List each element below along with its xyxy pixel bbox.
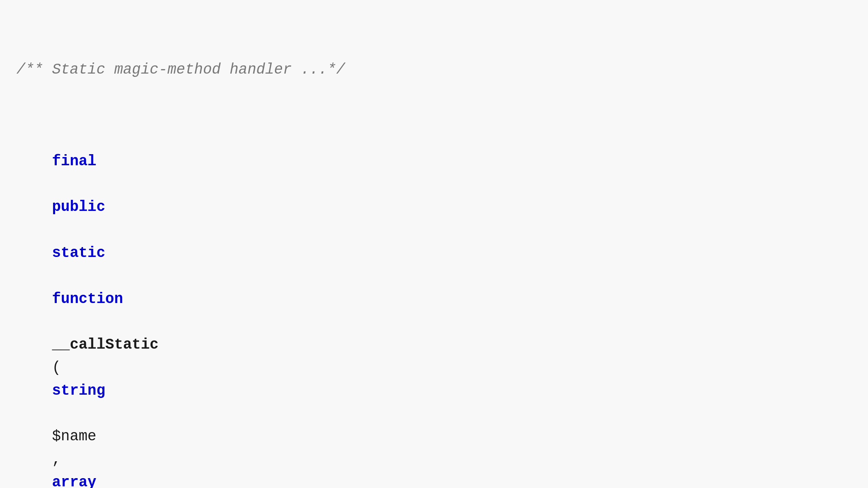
space [52,405,61,422]
param1-name: $name [52,428,96,445]
code-block: /** Static magic-method handler ...*/ fi… [16,12,852,488]
function-name: __callStatic [52,336,158,353]
comma: , [52,451,69,468]
paren-open: ( [52,359,61,376]
function-declaration-line: final public static function __callStati… [16,127,852,488]
keyword-function: function [52,291,123,308]
keyword-final: final [52,153,96,170]
space [52,313,61,330]
param1-type: string [52,382,105,399]
space [52,176,61,193]
keyword-static: static [52,245,105,261]
space [52,222,61,238]
param2-type: array [52,474,96,488]
comment-line: /** Static magic-method handler ...*/ [16,58,852,81]
space [52,268,61,284]
keyword-public: public [52,199,105,215]
